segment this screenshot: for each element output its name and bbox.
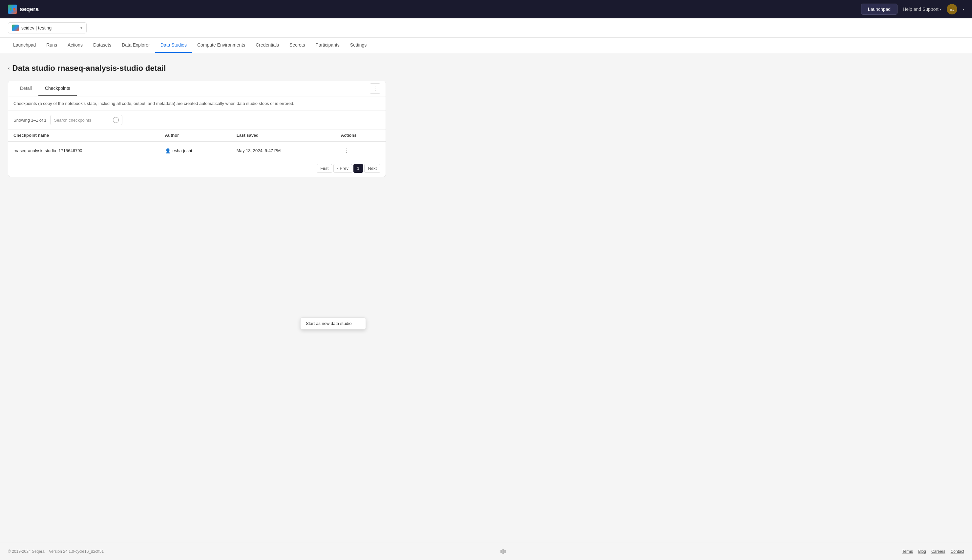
author-icon: 👤 <box>165 148 171 153</box>
start-as-new-studio-item[interactable]: Start as new data studio <box>301 318 366 329</box>
col-actions: Actions <box>336 130 386 141</box>
detail-card: Detail Checkpoints ⋮ Checkpoints (a copy… <box>8 81 386 177</box>
secondary-navigation: Launchpad Runs Actions Datasets Data Exp… <box>0 38 972 53</box>
info-banner: Checkpoints (a copy of the notebook's st… <box>8 97 386 111</box>
tabs: Detail Checkpoints <box>13 81 77 96</box>
back-button[interactable]: ‹ <box>8 65 10 71</box>
table-toolbar: Showing 1–1 of 1 i <box>8 111 386 130</box>
workspace-selector[interactable]: scidev | testing ▾ <box>8 22 87 33</box>
search-info-icon[interactable]: i <box>113 117 119 123</box>
page-header: ‹ Data studio rnaseq-analysis-studio det… <box>8 63 386 73</box>
launchpad-button[interactable]: Launchpad <box>861 3 897 15</box>
workspace-bar: scidev | testing ▾ <box>0 18 972 38</box>
nav-runs[interactable]: Runs <box>41 38 62 53</box>
nav-participants[interactable]: Participants <box>310 38 345 53</box>
svg-rect-3 <box>500 550 502 553</box>
workspace-name: scidev | testing <box>21 25 78 30</box>
nav-datasets[interactable]: Datasets <box>88 38 117 53</box>
last-saved-cell: May 13, 2024, 9:47 PM <box>231 141 336 160</box>
svg-rect-2 <box>13 8 15 10</box>
nav-compute-environments[interactable]: Compute Environments <box>192 38 250 53</box>
author-cell: 👤 esha-joshi <box>160 141 231 160</box>
nav-data-explorer[interactable]: Data Explorer <box>117 38 155 53</box>
help-chevron-icon: ▾ <box>940 8 942 11</box>
app-logo[interactable]: seqera <box>8 5 39 14</box>
footer-blog-link[interactable]: Blog <box>918 549 926 554</box>
showing-count: Showing 1–1 of 1 <box>13 118 46 123</box>
app-name: seqera <box>20 6 39 13</box>
footer-icon <box>500 548 506 555</box>
workspace-icon <box>12 25 19 31</box>
svg-rect-1 <box>12 7 13 11</box>
row-actions-button[interactable]: ⋮ <box>341 146 351 155</box>
table-row: rnaseq-analysis-studio_1715646790 👤 esha… <box>8 141 386 160</box>
author-name: esha-joshi <box>172 148 192 153</box>
nav-launchpad[interactable]: Launchpad <box>8 38 41 53</box>
col-last-saved: Last saved <box>231 130 336 141</box>
version-text: Version 24.1.0-cycle16_d2cff51 <box>49 549 104 554</box>
footer: © 2019-2024 Seqera Version 24.1.0-cycle1… <box>0 543 972 560</box>
tab-detail[interactable]: Detail <box>13 81 38 96</box>
footer-links: Terms Blog Careers Contact <box>902 549 964 554</box>
info-banner-text: Checkpoints (a copy of the notebook's st… <box>13 101 294 106</box>
logo-icon <box>8 5 17 14</box>
nav-settings[interactable]: Settings <box>345 38 372 53</box>
pagination: First ‹ Prev 1 Next <box>8 160 386 177</box>
help-support-link[interactable]: Help and Support ▾ <box>903 7 942 12</box>
avatar-initials: EJ <box>949 7 954 12</box>
tab-checkpoints[interactable]: Checkpoints <box>38 81 77 96</box>
footer-logo <box>500 548 506 555</box>
checkpoint-name-cell: rnaseq-analysis-studio_1715646790 <box>8 141 160 160</box>
search-box: i <box>50 115 122 125</box>
svg-rect-0 <box>10 8 12 10</box>
nav-actions[interactable]: Actions <box>62 38 88 53</box>
row-actions-menu: Start as new data studio <box>300 317 366 330</box>
col-author: Author <box>160 130 231 141</box>
footer-copyright: © 2019-2024 Seqera Version 24.1.0-cycle1… <box>8 549 104 554</box>
footer-terms-link[interactable]: Terms <box>902 549 913 554</box>
help-support-label: Help and Support <box>903 7 939 12</box>
table-header-row: Checkpoint name Author Last saved Action… <box>8 130 386 141</box>
pagination-first[interactable]: First <box>317 164 332 173</box>
nav-data-studios[interactable]: Data Studios <box>155 38 192 53</box>
card-header: Detail Checkpoints ⋮ <box>8 81 386 97</box>
footer-contact-link[interactable]: Contact <box>951 549 964 554</box>
row-actions-cell: ⋮ <box>336 141 386 160</box>
pagination-page-1[interactable]: 1 <box>353 164 363 173</box>
card-more-button[interactable]: ⋮ <box>370 83 380 94</box>
svg-rect-4 <box>502 549 504 554</box>
nav-credentials[interactable]: Credentials <box>250 38 284 53</box>
avatar-chevron-icon: ▾ <box>962 8 964 11</box>
search-input[interactable] <box>54 118 111 123</box>
pagination-next[interactable]: Next <box>364 164 380 173</box>
nav-secrets[interactable]: Secrets <box>284 38 310 53</box>
pagination-prev[interactable]: ‹ Prev <box>333 164 352 173</box>
svg-rect-5 <box>504 550 506 553</box>
page-title: Data studio rnaseq-analysis-studio detai… <box>12 63 166 73</box>
user-avatar[interactable]: EJ <box>947 4 957 15</box>
workspace-chevron-icon: ▾ <box>80 25 82 30</box>
top-navigation: seqera Launchpad Help and Support ▾ EJ ▾ <box>0 0 972 18</box>
footer-careers-link[interactable]: Careers <box>931 549 945 554</box>
col-checkpoint-name: Checkpoint name <box>8 130 160 141</box>
checkpoints-table: Checkpoint name Author Last saved Action… <box>8 130 386 160</box>
copyright-text: © 2019-2024 Seqera <box>8 549 45 554</box>
